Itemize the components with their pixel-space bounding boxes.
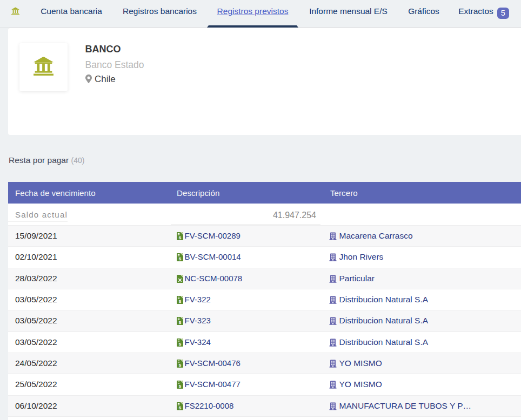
svg-text:$: $ xyxy=(179,363,182,368)
svg-text:$: $ xyxy=(179,384,182,389)
svg-text:$: $ xyxy=(179,235,182,240)
svg-text:$: $ xyxy=(179,342,182,347)
svg-text:$: $ xyxy=(179,256,182,261)
svg-text:$: $ xyxy=(179,320,182,325)
svg-text:$: $ xyxy=(179,405,182,410)
svg-text:$: $ xyxy=(179,299,182,304)
